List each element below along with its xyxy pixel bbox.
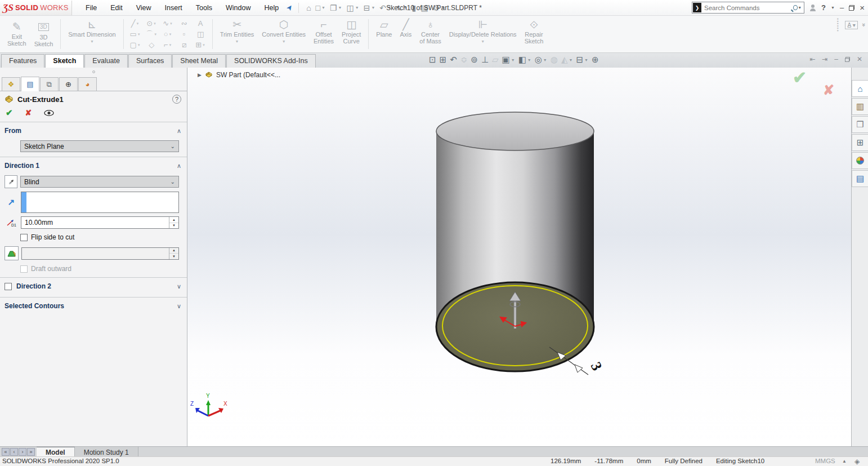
search-input[interactable]	[702, 5, 793, 11]
trim-entities-button[interactable]: ✂ Trim Entities ▼	[216, 17, 258, 51]
pm-help-button[interactable]: ?	[172, 95, 181, 104]
tool-circle-icon[interactable]: ⊙▼	[144, 18, 160, 29]
exit-sketch-button[interactable]: ✎ Exit Sketch	[3, 20, 30, 48]
help-button[interactable]: ?	[821, 3, 826, 12]
user-account-icon[interactable]	[809, 5, 816, 11]
manager-tab-displaymanager-tab-icon[interactable]: ◕	[78, 77, 97, 91]
pin-icon[interactable]: ➤	[284, 3, 295, 13]
repair-sketch-button[interactable]: ⟐ Repair Sketch	[521, 17, 548, 51]
qat-magnet-icon[interactable]: ▮	[410, 3, 418, 13]
ok-button[interactable]: ✔	[6, 108, 13, 118]
qat-options-gear-icon[interactable]: ⚙▼	[431, 3, 447, 13]
menu-file[interactable]: File	[80, 2, 102, 14]
units-caret-icon[interactable]: ▲	[842, 459, 847, 464]
tool-point-icon[interactable]: ▫	[176, 29, 193, 39]
convert-entities-button[interactable]: ⬡ Convert Entities ▼	[258, 17, 310, 51]
ribbon-drag-handle[interactable]: ••••••	[835, 18, 840, 32]
hud-rotate-view-icon[interactable]: ⊕	[592, 55, 599, 65]
taskpane-view-palette-icon[interactable]: ⊞	[852, 134, 868, 151]
tool-pattern-icon[interactable]: ⊞▼	[193, 39, 209, 50]
hud-view-settings-icon[interactable]: ⊟▼	[576, 55, 588, 65]
custom-toolbar-icon[interactable]: A̲ ▾	[845, 21, 857, 29]
viewport-close-icon[interactable]: ✕	[857, 55, 862, 63]
from-section-header[interactable]: From ∧	[0, 122, 187, 137]
hud-measure-icon[interactable]: ⊚	[471, 55, 478, 65]
offset-entities-button[interactable]: ⌐ Offset Entities	[310, 17, 338, 51]
part-name[interactable]: SW Part (Default<<...	[216, 71, 280, 79]
study-nav--[interactable]: ›	[19, 448, 26, 456]
spin-down-icon[interactable]: ▼	[169, 223, 178, 229]
depth-spinner[interactable]: 10.00mm ▲▼	[21, 216, 179, 229]
end-condition-dropdown[interactable]: Blind ⌄	[20, 176, 179, 188]
hud-zoom-to-area-icon[interactable]: ⊞	[440, 55, 447, 65]
hud-zoom-to-fit-icon[interactable]: ⊡	[429, 55, 436, 65]
direction1-collapse-icon[interactable]: ∧	[177, 162, 181, 170]
tool-line-icon[interactable]: ╱▼	[127, 18, 144, 29]
qat-print-icon[interactable]: ⊟▼	[362, 3, 377, 13]
dock-right-icon[interactable]: ⇥	[822, 55, 827, 63]
tab-evaluate[interactable]: Evaluate	[84, 54, 128, 68]
graphics-viewport[interactable]: 3 Y Z X ▶ SW Part (Default<<... ✔ ✘	[187, 68, 851, 446]
direction-reference-selection-box[interactable]	[21, 192, 179, 213]
spin-up-icon[interactable]: ▲	[169, 217, 178, 223]
dock-left-icon[interactable]: ⇤	[809, 55, 815, 63]
project-curve-button[interactable]: ◫ Project Curve	[338, 17, 365, 51]
study-nav--[interactable]: «	[2, 448, 10, 456]
tool-equation-curve-icon[interactable]: ∾	[176, 18, 193, 29]
tags-icon[interactable]: ◈	[854, 458, 860, 465]
selected-contours-expand-icon[interactable]: ∨	[177, 303, 181, 310]
taskpane-custom-properties-icon[interactable]: ▤	[852, 170, 868, 187]
search-icon[interactable]	[793, 5, 798, 10]
hud-apply-scene-icon[interactable]: ◭▼	[561, 55, 572, 65]
flyout-expand-icon[interactable]: ▶	[198, 72, 202, 78]
hud-hide-show-items-icon[interactable]: ◎▼	[535, 55, 547, 65]
menu-tools[interactable]: Tools	[190, 2, 218, 14]
from-dropdown[interactable]: Sketch Plane ⌄	[20, 140, 179, 152]
tab-sheet-metal[interactable]: Sheet Metal	[172, 54, 226, 68]
taskpane-file-explorer-icon[interactable]: ❒	[852, 116, 868, 133]
draft-button[interactable]	[5, 246, 19, 260]
depth-value[interactable]: 10.00mm	[21, 217, 169, 228]
hud-view-orientation-icon[interactable]: ▣▼	[502, 55, 515, 65]
feature-tree-flyout[interactable]: ▶ SW Part (Default<<...	[198, 71, 280, 79]
flip-side-checkbox[interactable]	[20, 234, 28, 241]
smart-dimension-button[interactable]: ⊾ Smart Dimension ▼	[64, 17, 119, 51]
search-caret-icon[interactable]: ▼	[798, 6, 802, 10]
trim-caret-icon[interactable]: ▼	[235, 38, 239, 45]
confirm-ok-icon[interactable]: ✔	[793, 68, 807, 87]
display-delete-relations-button[interactable]: ⊩ Display/Delete Relations ▼	[445, 17, 521, 51]
unit-system[interactable]: MMGS	[815, 458, 835, 464]
qat-home-icon[interactable]: ⌂	[305, 3, 312, 13]
menu-edit[interactable]: Edit	[105, 2, 128, 14]
menu-view[interactable]: View	[131, 2, 157, 14]
collapse-ribbon-icon[interactable]: »	[861, 23, 867, 26]
close-button[interactable]: ×	[860, 3, 865, 12]
tool-arc-icon[interactable]: ⌒▼	[144, 29, 160, 39]
tool-text-icon[interactable]: A	[193, 18, 209, 29]
direction2-checkbox[interactable]	[5, 283, 12, 290]
panel-height-splitter[interactable]	[0, 68, 187, 76]
study-nav--[interactable]: »	[27, 448, 35, 456]
direction1-section-header[interactable]: Direction 1 ∧	[0, 157, 187, 172]
cancel-button[interactable]: ✘	[25, 108, 32, 117]
restore-button[interactable]	[849, 5, 854, 11]
hud-previous-view-icon[interactable]: ↶	[450, 55, 457, 65]
tool-mirror-icon[interactable]: ◫	[193, 29, 209, 39]
display-delete-caret-icon[interactable]: ▼	[481, 38, 485, 45]
reverse-direction-button[interactable]	[5, 175, 17, 188]
menu-window[interactable]: Window	[220, 2, 256, 14]
convert-caret-icon[interactable]: ▼	[282, 38, 286, 45]
tab-features[interactable]: Features	[1, 54, 44, 68]
help-caret-icon[interactable]: ▼	[831, 6, 835, 10]
preview-eye-icon[interactable]	[44, 110, 54, 116]
hud-edit-appearance-icon[interactable]: ◍	[551, 55, 558, 65]
qat-new-file-icon[interactable]: □▼	[314, 3, 327, 13]
tab-solidworks-add-ins[interactable]: SOLIDWORKS Add-Ins	[226, 54, 316, 68]
tool-sketch-3d-icon[interactable]: ⧄	[176, 39, 193, 50]
depth-spin-buttons[interactable]: ▲▼	[169, 217, 178, 228]
direction2-section-header[interactable]: Direction 2 ∨	[0, 278, 187, 292]
hud-mass-properties-icon[interactable]: ≎	[460, 55, 468, 65]
3d-sketch-button[interactable]: 3D 3D Sketch	[30, 19, 57, 49]
qat-save-icon[interactable]: ◫▼	[345, 3, 361, 13]
qat-properties-icon[interactable]: ▤	[419, 3, 429, 13]
